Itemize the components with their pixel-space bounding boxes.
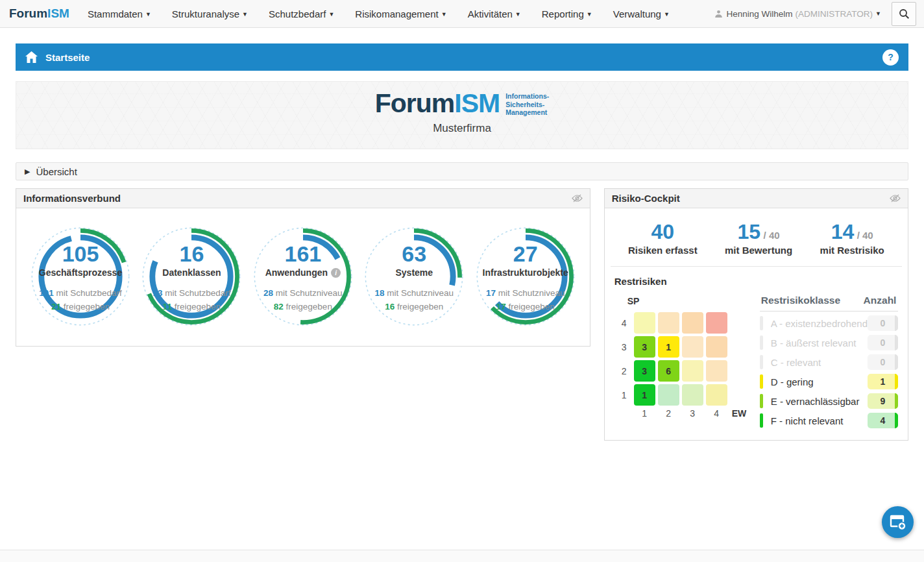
restrisiken-title: Restrisiken bbox=[614, 276, 898, 287]
widget-label: Infrastrukturobjekte bbox=[483, 267, 568, 278]
matrix-cell: 1 bbox=[658, 336, 679, 358]
user-name: Henning Wilhelm bbox=[727, 9, 793, 19]
chevron-down-icon: ▼ bbox=[515, 11, 521, 18]
matrix-cell bbox=[682, 384, 703, 406]
stat-risiken-erfasst: 40 Risiken erfasst bbox=[628, 221, 698, 256]
help-button[interactable]: ? bbox=[882, 49, 899, 66]
widget-value: 16 bbox=[180, 243, 204, 266]
overview-toggle[interactable]: ▶ Übersicht bbox=[16, 162, 908, 180]
matrix-cell bbox=[682, 336, 703, 358]
risk-matrix: SP 4 3 3 1 bbox=[614, 295, 749, 428]
page-title: Startseite bbox=[45, 52, 90, 63]
chevron-down-icon: ▼ bbox=[328, 11, 334, 18]
add-entry-fab[interactable] bbox=[882, 506, 914, 538]
matrix-row: 1 1 bbox=[617, 384, 749, 406]
overview-label: Übersicht bbox=[36, 166, 77, 177]
count-badge: 4 bbox=[868, 413, 898, 428]
chevron-down-icon: ▼ bbox=[145, 11, 151, 18]
table-header: Restrisikoklasse Anzahl bbox=[760, 295, 898, 312]
widget-stats: 17 mit Schutzniveau 17 freigegeben bbox=[486, 286, 565, 314]
widget-stats: 28 mit Schutzniveau 82 freigegeben bbox=[263, 286, 343, 314]
restrisiken-section: Restrisiken SP 4 3 3 1 bbox=[605, 267, 908, 440]
company-name: Musterfirma bbox=[16, 122, 908, 135]
informationsverbund-body: 105 Geschäftsprozesse 101 mit Schutzbeda… bbox=[16, 208, 590, 346]
matrix-cell: 3 bbox=[634, 360, 655, 382]
count-badge: 1 bbox=[868, 374, 898, 389]
user-role: (ADMINISTRATOR) bbox=[796, 9, 873, 19]
matrix-cell: 3 bbox=[634, 336, 655, 358]
widget-datenklassen: 16 Datenklassen 13 mit Schutzbedarf 11 f… bbox=[138, 223, 245, 330]
app-logo[interactable]: ForumISM bbox=[9, 6, 69, 21]
widget-anwendungen: 161 Anwendungeni 28 mit Schutzniveau 82 … bbox=[249, 223, 357, 330]
eye-slash-icon bbox=[572, 194, 583, 202]
chevron-down-icon: ▼ bbox=[875, 10, 881, 17]
menu-stammdaten[interactable]: Stammdaten▼ bbox=[88, 8, 151, 19]
main-menu: Stammdaten▼ Strukturanalyse▼ Schutzbedar… bbox=[88, 8, 670, 19]
widget-stats: 13 mit Schutzbedarf 11 freigegeben bbox=[152, 286, 230, 314]
class-color-bar bbox=[760, 413, 763, 428]
widget-label: Systeme bbox=[395, 267, 433, 278]
matrix-cell bbox=[706, 312, 727, 334]
search-icon bbox=[899, 8, 910, 19]
matrix-row: 3 3 1 bbox=[617, 336, 749, 358]
eye-slash-icon bbox=[890, 194, 901, 202]
class-row-b: B - äußerst relevant 0 bbox=[760, 335, 898, 350]
banner-subtitle: Informations- Sicherheits- Management bbox=[505, 90, 549, 117]
home-icon[interactable] bbox=[25, 51, 38, 63]
matrix-cell: 1 bbox=[634, 384, 655, 406]
user-menu[interactable]: Henning Wilhelm (ADMINISTRATOR) ▼ bbox=[714, 9, 881, 19]
navbar-right: Henning Wilhelm (ADMINISTRATOR) ▼ bbox=[714, 2, 916, 26]
matrix-cell bbox=[634, 312, 655, 334]
footer-bar bbox=[0, 550, 924, 562]
risiko-cockpit-header: Risiko-Cockpit bbox=[605, 189, 908, 208]
risk-summary-stats: 40 Risiken erfasst 15 / 40 mit Bewertung… bbox=[611, 208, 902, 267]
class-color-bar bbox=[760, 394, 763, 408]
class-color-bar bbox=[760, 336, 763, 350]
add-window-icon bbox=[889, 515, 906, 530]
menu-risikomanagement[interactable]: Risikomanagement▼ bbox=[355, 8, 446, 19]
x-axis-labels: 1 2 3 4 EW bbox=[631, 408, 749, 419]
matrix-cell: 6 bbox=[658, 360, 679, 382]
class-row-e: E - vernachlässigbar 9 bbox=[760, 393, 898, 409]
informationsverbund-panel: Informationsverbund 105 Geschäftsprozess… bbox=[16, 188, 590, 347]
widget-value: 105 bbox=[62, 243, 99, 266]
search-button[interactable] bbox=[892, 2, 916, 26]
class-color-bar bbox=[760, 355, 763, 369]
class-color-bar bbox=[760, 316, 763, 330]
matrix-cell bbox=[706, 336, 727, 358]
class-row-c: C - relevant 0 bbox=[760, 354, 898, 370]
widget-geschaeftsprozesse: 105 Geschäftsprozesse 101 mit Schutzbeda… bbox=[27, 223, 134, 330]
informationsverbund-header: Informationsverbund bbox=[16, 189, 590, 208]
page-titlebar: Startseite ? bbox=[16, 43, 908, 71]
matrix-cell bbox=[682, 360, 703, 382]
restrisikoklasse-table: Restrisikoklasse Anzahl A - existenzbedr… bbox=[760, 295, 898, 428]
person-icon bbox=[714, 10, 723, 18]
x-axis-label: EW bbox=[732, 408, 747, 419]
widget-label: Datenklassen bbox=[162, 267, 221, 278]
hide-panel-button[interactable] bbox=[572, 194, 583, 202]
menu-reporting[interactable]: Reporting▼ bbox=[542, 8, 592, 19]
menu-schutzbedarf[interactable]: Schutzbedarf▼ bbox=[269, 8, 334, 19]
matrix-cell bbox=[658, 384, 679, 406]
chevron-down-icon: ▼ bbox=[242, 11, 248, 18]
matrix-cell bbox=[658, 312, 679, 334]
menu-aktivitaeten[interactable]: Aktivitäten▼ bbox=[468, 8, 521, 19]
stat-mit-restrisiko: 14 / 40 mit Restrisiko bbox=[820, 221, 884, 256]
widget-value: 63 bbox=[402, 243, 426, 266]
class-row-d: D - gering 1 bbox=[760, 374, 898, 389]
hide-panel-button[interactable] bbox=[890, 194, 901, 202]
menu-strukturanalyse[interactable]: Strukturanalyse▼ bbox=[172, 8, 248, 19]
widget-label: Anwendungeni bbox=[265, 267, 341, 278]
banner-logo-row: ForumISM Informations- Sicherheits- Mana… bbox=[16, 82, 908, 117]
widget-stats: 18 mit Schutzniveau 16 freigegeben bbox=[374, 286, 454, 314]
widget-value: 161 bbox=[284, 243, 321, 266]
widget-systeme: 63 Systeme 18 mit Schutzniveau 16 freige… bbox=[360, 223, 468, 330]
company-banner: ForumISM Informations- Sicherheits- Mana… bbox=[16, 81, 908, 149]
widget-label: Geschäftsprozesse bbox=[39, 267, 122, 278]
menu-verwaltung[interactable]: Verwaltung▼ bbox=[613, 8, 670, 19]
count-badge: 0 bbox=[868, 354, 898, 370]
y-axis-label: SP bbox=[627, 296, 749, 306]
widget-value: 27 bbox=[513, 243, 538, 266]
info-icon[interactable]: i bbox=[331, 268, 341, 278]
matrix-cell bbox=[706, 360, 727, 382]
